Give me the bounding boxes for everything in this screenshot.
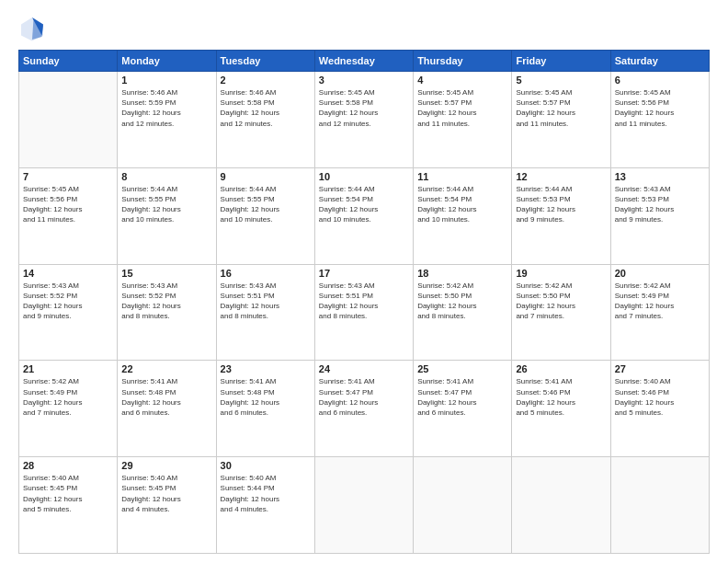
- calendar-week-row: 14Sunrise: 5:43 AM Sunset: 5:52 PM Dayli…: [19, 264, 710, 361]
- day-info: Sunrise: 5:42 AM Sunset: 5:49 PM Dayligh…: [615, 281, 705, 322]
- day-number: 5: [516, 75, 606, 86]
- day-number: 29: [121, 460, 211, 471]
- day-info: Sunrise: 5:42 AM Sunset: 5:49 PM Dayligh…: [23, 376, 113, 418]
- calendar-cell: 9Sunrise: 5:44 AM Sunset: 5:55 PM Daylig…: [216, 167, 314, 264]
- calendar-cell: 14Sunrise: 5:43 AM Sunset: 5:52 PM Dayli…: [19, 264, 118, 361]
- day-number: 27: [615, 363, 705, 374]
- calendar-header-sunday: Sunday: [19, 51, 118, 72]
- day-number: 23: [221, 363, 311, 374]
- calendar-cell: 28Sunrise: 5:40 AM Sunset: 5:45 PM Dayli…: [19, 457, 118, 554]
- calendar-week-row: 7Sunrise: 5:45 AM Sunset: 5:56 PM Daylig…: [19, 167, 710, 264]
- calendar-cell: 2Sunrise: 5:46 AM Sunset: 5:58 PM Daylig…: [216, 72, 314, 168]
- page: SundayMondayTuesdayWednesdayThursdayFrid…: [0, 0, 728, 563]
- day-number: 19: [516, 268, 606, 279]
- day-number: 6: [615, 75, 705, 86]
- day-number: 2: [221, 75, 311, 86]
- day-number: 26: [516, 363, 606, 374]
- day-info: Sunrise: 5:45 AM Sunset: 5:57 PM Dayligh…: [417, 87, 507, 129]
- day-info: Sunrise: 5:42 AM Sunset: 5:50 PM Dayligh…: [516, 281, 606, 322]
- calendar-table: SundayMondayTuesdayWednesdayThursdayFrid…: [18, 50, 710, 554]
- day-info: Sunrise: 5:44 AM Sunset: 5:53 PM Dayligh…: [516, 184, 606, 225]
- day-info: Sunrise: 5:43 AM Sunset: 5:51 PM Dayligh…: [319, 281, 409, 322]
- calendar-header-row: SundayMondayTuesdayWednesdayThursdayFrid…: [19, 51, 710, 72]
- calendar-week-row: 28Sunrise: 5:40 AM Sunset: 5:45 PM Dayli…: [19, 457, 710, 554]
- day-number: 25: [417, 363, 507, 374]
- calendar-cell: 22Sunrise: 5:41 AM Sunset: 5:48 PM Dayli…: [118, 361, 216, 457]
- calendar-cell: 24Sunrise: 5:41 AM Sunset: 5:47 PM Dayli…: [314, 361, 413, 457]
- day-number: 3: [319, 75, 409, 86]
- calendar-header-wednesday: Wednesday: [314, 51, 413, 72]
- day-number: 12: [516, 171, 606, 182]
- day-info: Sunrise: 5:45 AM Sunset: 5:57 PM Dayligh…: [516, 87, 606, 129]
- day-number: 7: [23, 171, 113, 182]
- calendar-cell: 12Sunrise: 5:44 AM Sunset: 5:53 PM Dayli…: [512, 167, 610, 264]
- day-number: 4: [417, 75, 507, 86]
- day-number: 17: [319, 268, 409, 279]
- day-number: 14: [23, 268, 113, 279]
- calendar-cell: 7Sunrise: 5:45 AM Sunset: 5:56 PM Daylig…: [19, 167, 118, 264]
- calendar-cell: 13Sunrise: 5:43 AM Sunset: 5:53 PM Dayli…: [610, 167, 709, 264]
- calendar-cell: 29Sunrise: 5:40 AM Sunset: 5:45 PM Dayli…: [118, 457, 216, 554]
- calendar-cell: 16Sunrise: 5:43 AM Sunset: 5:51 PM Dayli…: [216, 264, 314, 361]
- day-info: Sunrise: 5:43 AM Sunset: 5:52 PM Dayligh…: [23, 281, 113, 322]
- calendar-cell: [314, 457, 413, 554]
- calendar-cell: 30Sunrise: 5:40 AM Sunset: 5:44 PM Dayli…: [216, 457, 314, 554]
- day-number: 20: [615, 268, 705, 279]
- day-info: Sunrise: 5:44 AM Sunset: 5:54 PM Dayligh…: [319, 184, 409, 225]
- calendar-header-friday: Friday: [512, 51, 610, 72]
- day-info: Sunrise: 5:41 AM Sunset: 5:47 PM Dayligh…: [319, 376, 409, 418]
- calendar-cell: [610, 457, 709, 554]
- calendar-cell: [512, 457, 610, 554]
- day-number: 24: [319, 363, 409, 374]
- day-number: 28: [23, 460, 113, 471]
- calendar-cell: [414, 457, 512, 554]
- day-info: Sunrise: 5:41 AM Sunset: 5:46 PM Dayligh…: [516, 376, 606, 418]
- day-number: 30: [221, 460, 311, 471]
- calendar-cell: 1Sunrise: 5:46 AM Sunset: 5:59 PM Daylig…: [118, 72, 216, 168]
- day-info: Sunrise: 5:41 AM Sunset: 5:48 PM Dayligh…: [121, 376, 211, 418]
- day-info: Sunrise: 5:43 AM Sunset: 5:51 PM Dayligh…: [221, 281, 311, 322]
- calendar-cell: 17Sunrise: 5:43 AM Sunset: 5:51 PM Dayli…: [314, 264, 413, 361]
- calendar-cell: 3Sunrise: 5:45 AM Sunset: 5:58 PM Daylig…: [314, 72, 413, 168]
- day-info: Sunrise: 5:41 AM Sunset: 5:48 PM Dayligh…: [221, 376, 311, 418]
- day-info: Sunrise: 5:46 AM Sunset: 5:59 PM Dayligh…: [121, 87, 211, 129]
- calendar-cell: 18Sunrise: 5:42 AM Sunset: 5:50 PM Dayli…: [414, 264, 512, 361]
- calendar-cell: 25Sunrise: 5:41 AM Sunset: 5:47 PM Dayli…: [414, 361, 512, 457]
- calendar-header-thursday: Thursday: [414, 51, 512, 72]
- calendar-cell: 26Sunrise: 5:41 AM Sunset: 5:46 PM Dayli…: [512, 361, 610, 457]
- day-info: Sunrise: 5:46 AM Sunset: 5:58 PM Dayligh…: [221, 87, 311, 129]
- calendar-week-row: 21Sunrise: 5:42 AM Sunset: 5:49 PM Dayli…: [19, 361, 710, 457]
- day-info: Sunrise: 5:43 AM Sunset: 5:52 PM Dayligh…: [121, 281, 211, 322]
- day-info: Sunrise: 5:41 AM Sunset: 5:47 PM Dayligh…: [417, 376, 507, 418]
- calendar-cell: 27Sunrise: 5:40 AM Sunset: 5:46 PM Dayli…: [610, 361, 709, 457]
- day-number: 13: [615, 171, 705, 182]
- day-number: 1: [121, 75, 211, 86]
- day-number: 8: [121, 171, 211, 182]
- day-number: 9: [221, 171, 311, 182]
- calendar-cell: 21Sunrise: 5:42 AM Sunset: 5:49 PM Dayli…: [19, 361, 118, 457]
- day-info: Sunrise: 5:45 AM Sunset: 5:56 PM Dayligh…: [615, 87, 705, 129]
- calendar-cell: 11Sunrise: 5:44 AM Sunset: 5:54 PM Dayli…: [414, 167, 512, 264]
- calendar-cell: 20Sunrise: 5:42 AM Sunset: 5:49 PM Dayli…: [610, 264, 709, 361]
- day-info: Sunrise: 5:40 AM Sunset: 5:45 PM Dayligh…: [121, 473, 211, 514]
- calendar-cell: 19Sunrise: 5:42 AM Sunset: 5:50 PM Dayli…: [512, 264, 610, 361]
- calendar-header-tuesday: Tuesday: [216, 51, 314, 72]
- day-info: Sunrise: 5:42 AM Sunset: 5:50 PM Dayligh…: [417, 281, 507, 322]
- day-info: Sunrise: 5:40 AM Sunset: 5:45 PM Dayligh…: [23, 473, 113, 514]
- day-info: Sunrise: 5:40 AM Sunset: 5:44 PM Dayligh…: [221, 473, 311, 514]
- day-number: 16: [221, 268, 311, 279]
- calendar-week-row: 1Sunrise: 5:46 AM Sunset: 5:59 PM Daylig…: [19, 72, 710, 168]
- day-number: 10: [319, 171, 409, 182]
- day-info: Sunrise: 5:40 AM Sunset: 5:46 PM Dayligh…: [615, 376, 705, 418]
- calendar-cell: 23Sunrise: 5:41 AM Sunset: 5:48 PM Dayli…: [216, 361, 314, 457]
- calendar-header-monday: Monday: [118, 51, 216, 72]
- day-info: Sunrise: 5:44 AM Sunset: 5:55 PM Dayligh…: [221, 184, 311, 225]
- day-number: 21: [23, 363, 113, 374]
- day-number: 11: [417, 171, 507, 182]
- calendar-cell: 4Sunrise: 5:45 AM Sunset: 5:57 PM Daylig…: [414, 72, 512, 168]
- day-info: Sunrise: 5:44 AM Sunset: 5:55 PM Dayligh…: [121, 184, 211, 225]
- calendar-cell: 10Sunrise: 5:44 AM Sunset: 5:54 PM Dayli…: [314, 167, 413, 264]
- header: [18, 15, 710, 42]
- day-number: 15: [121, 268, 211, 279]
- calendar-cell: 15Sunrise: 5:43 AM Sunset: 5:52 PM Dayli…: [118, 264, 216, 361]
